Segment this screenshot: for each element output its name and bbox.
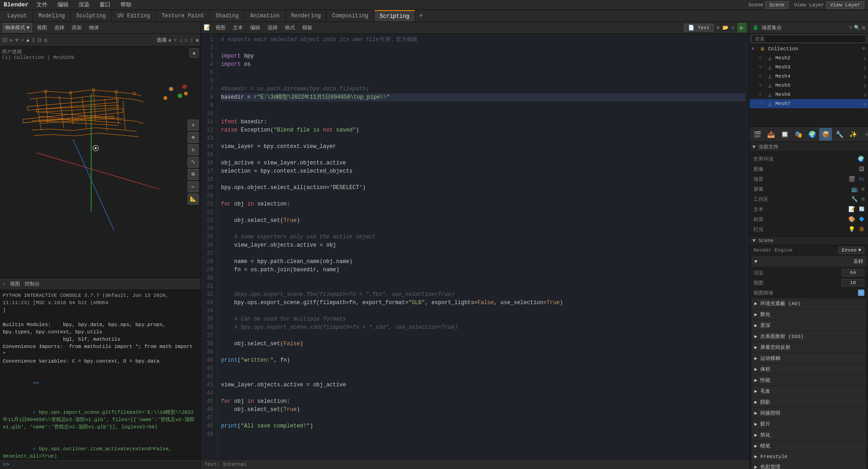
props-tab-physics[interactable]: ⚡ xyxy=(860,128,868,141)
viewport-menu-object[interactable]: 物体 xyxy=(87,23,101,32)
section-辉光[interactable]: ▶ 辉光 xyxy=(752,309,866,320)
section-景深[interactable]: ▶ 景深 xyxy=(752,320,866,331)
viewport-annotate[interactable]: ✏ xyxy=(188,181,199,192)
viewport-menu-view[interactable]: 视图 xyxy=(35,23,49,32)
open-file-button[interactable]: 📂 xyxy=(722,25,729,31)
section-freestyle[interactable]: ▶ Freestyle xyxy=(752,452,866,461)
tab-scripting[interactable]: Scripting xyxy=(374,10,416,21)
outliner-mesh5[interactable]: ▽ △ Mesh5 △ xyxy=(750,81,868,90)
text-file-selector[interactable]: 📄 Text xyxy=(684,24,714,32)
viewport-nav-icon[interactable]: ✱ xyxy=(189,48,199,58)
section-环境光遮蔽-ao[interactable]: ▶ 环境光遮蔽 (AO) xyxy=(752,298,866,309)
scene-icon[interactable]: 🎬 xyxy=(848,176,855,183)
add-workspace-button[interactable]: + xyxy=(415,10,427,21)
console-menu-console[interactable]: 控制台 xyxy=(25,280,40,287)
code-content[interactable]: # exports each selected object into its … xyxy=(217,34,749,459)
tab-shading[interactable]: Shading xyxy=(210,10,244,21)
viewport-toolbar-extra[interactable]: ◉ ▽ △ ▷ | ▣ xyxy=(168,37,199,43)
scene-selector[interactable]: Scene xyxy=(765,1,789,9)
editor-menu-template[interactable]: 模板 xyxy=(300,23,315,32)
viewport-denoising-checkbox[interactable]: ✓ xyxy=(858,290,864,296)
props-tab-modifier[interactable]: 🔧 xyxy=(833,128,846,141)
section-性能[interactable]: ▶ 性能 xyxy=(752,375,866,385)
tab-sculpting[interactable]: Sculpting xyxy=(71,10,112,21)
light-icon[interactable]: 💡 xyxy=(848,226,855,233)
props-tab-scene[interactable]: 🎭 xyxy=(792,128,805,141)
code-editor[interactable]: 1234567891011121314151617181920212223242… xyxy=(201,34,749,459)
image-icon[interactable]: 🖼 xyxy=(859,166,864,173)
outliner-search-icon[interactable]: 🔍 xyxy=(854,25,860,31)
tab-animation[interactable]: Animation xyxy=(245,10,286,21)
editor-menu-edit[interactable]: 编辑 xyxy=(248,23,263,32)
editor-menu-view[interactable]: 视图 xyxy=(213,23,228,32)
viewport-tool-cursor[interactable]: ✛ xyxy=(188,120,199,131)
console-input-line[interactable]: >> xyxy=(0,460,200,469)
tab-layout[interactable]: Layout xyxy=(2,10,33,21)
outliner-mesh7[interactable]: ▽ △ Mesh7 △ xyxy=(750,99,868,108)
console-menu-view[interactable]: 视图 xyxy=(10,280,20,287)
viewport-tool-move[interactable]: ✥ xyxy=(188,132,199,143)
section-色彩管理[interactable]: ▶ 色彩管理 xyxy=(752,462,866,469)
outliner-mesh2[interactable]: ▽ △ Mesh2 △ xyxy=(750,53,868,63)
current-file-header[interactable]: ▼ 当前文件 xyxy=(750,142,868,152)
viewport-menu-add[interactable]: 添加 xyxy=(69,23,84,32)
outliner-mesh6[interactable]: ▽ △ Mesh6 △ xyxy=(750,90,868,99)
text-icon[interactable]: 📝 xyxy=(848,206,855,213)
new-file-button[interactable]: ⊕ xyxy=(716,25,720,31)
section-阴影[interactable]: ▶ 阴影 xyxy=(752,397,866,407)
outliner-mesh3[interactable]: ▽ △ Mesh3 △ xyxy=(750,63,868,72)
close-file-button[interactable]: ✕ xyxy=(731,25,735,31)
screen-icon[interactable]: 📺 xyxy=(851,186,858,193)
console-body[interactable]: PYTHON INTERACTIVE CONSOLE 3.7.7 (defaul… xyxy=(0,290,200,460)
sampling-section-header[interactable]: ▼ 采样 xyxy=(752,256,866,267)
run-script-button[interactable]: ▶ xyxy=(737,23,747,32)
menu-render[interactable]: 渲染 xyxy=(76,0,92,10)
material-icon[interactable]: 🎨 xyxy=(848,216,855,223)
tab-rendering[interactable]: Rendering xyxy=(286,10,327,21)
props-tab-world[interactable]: 🌍 xyxy=(805,128,818,141)
section-屏幕空间反射[interactable]: ▶ 屏幕空间反射 xyxy=(752,342,866,353)
props-tab-object[interactable]: 📦 xyxy=(819,128,832,141)
outliner-options-icon[interactable]: ⊞ xyxy=(862,25,865,31)
console-icon[interactable]: ⚡ xyxy=(3,281,5,287)
section-胶片[interactable]: ▶ 胶片 xyxy=(752,419,866,429)
props-tab-particles[interactable]: ✨ xyxy=(847,128,859,141)
viewport-options-button[interactable]: 选项 xyxy=(157,37,167,43)
tab-modeling[interactable]: Modeling xyxy=(33,10,71,21)
viewlayer-selector[interactable]: View Layer xyxy=(826,1,864,9)
props-tab-render[interactable]: 🎬 xyxy=(751,128,763,141)
outliner-search-input[interactable] xyxy=(752,35,866,43)
console-input[interactable] xyxy=(11,462,198,468)
editor-menu-select[interactable]: 选择 xyxy=(265,23,280,32)
collection-visibility[interactable]: 👁 xyxy=(862,46,866,52)
section-运动模糊[interactable]: ▶ 运动模糊 xyxy=(752,353,866,364)
sampling-viewport-value[interactable]: 16 xyxy=(842,279,864,286)
outliner-collection[interactable]: ▼ ⊞ Collection 👁 xyxy=(750,44,868,53)
menu-help[interactable]: 帮助 xyxy=(118,0,134,10)
outliner-mesh4[interactable]: ▽ △ Mesh4 △ xyxy=(750,72,868,81)
viewport-measure[interactable]: 📐 xyxy=(188,194,199,205)
outliner-filter-icon[interactable]: ▽ xyxy=(849,25,852,31)
editor-menu-text[interactable]: 文本 xyxy=(231,23,245,32)
section-毛发[interactable]: ▶ 毛发 xyxy=(752,386,866,396)
viewport-canvas[interactable]: 用户透视 (1) Collection | Mesh259 xyxy=(0,47,200,277)
viewport-tool-scale[interactable]: ⤡ xyxy=(188,157,199,168)
tab-texture-paint[interactable]: Texture Paint xyxy=(156,10,210,21)
viewport-tool-transform[interactable]: ⊞ xyxy=(188,169,199,180)
viewport-tool-rotate[interactable]: ↻ xyxy=(188,144,199,155)
section-间接照明[interactable]: ▶ 间接照明 xyxy=(752,408,866,418)
editor-type-icon[interactable]: 📝 xyxy=(204,24,210,31)
world-icon[interactable]: 🌍 xyxy=(857,156,864,163)
viewport-menu-select[interactable]: 选择 xyxy=(52,23,67,32)
scene-section-header[interactable]: ▼ Scene xyxy=(750,236,868,245)
sampling-render-value[interactable]: 64 xyxy=(842,269,864,276)
section-次表面散射-sss[interactable]: ▶ 次表面散射 (SSS) xyxy=(752,331,866,342)
section-简化[interactable]: ▶ 简化 xyxy=(752,430,866,440)
section-体积[interactable]: ▶ 体积 xyxy=(752,364,866,374)
props-tab-output[interactable]: 📤 xyxy=(764,128,777,141)
menu-file[interactable]: 文件 xyxy=(34,0,50,10)
menu-window[interactable]: 窗口 xyxy=(97,0,113,10)
workspace-icon[interactable]: 🔧 xyxy=(851,196,858,203)
editor-menu-format[interactable]: 格式 xyxy=(283,23,297,32)
viewport-toolbar-icons[interactable]: ⬛ ▷ ▽ ○ ▲ | ⬡ ◯ xyxy=(2,37,47,43)
